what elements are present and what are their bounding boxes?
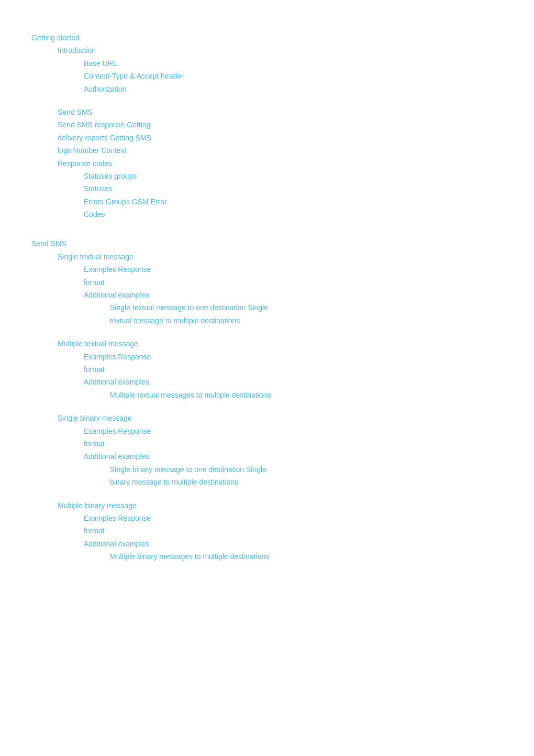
delivery-reports[interactable]: delivery reports Getting SMS: [58, 132, 503, 144]
response-codes[interactable]: Response codes: [58, 157, 503, 170]
codes[interactable]: Codes: [84, 208, 503, 221]
textual-multiple-dest[interactable]: textual message to multiple destinations: [110, 314, 503, 327]
binary-multiple-dest[interactable]: binary message to multiple destinations: [110, 476, 503, 488]
single-binary-one-dest[interactable]: Single binary message to one destination…: [110, 463, 503, 476]
introduction[interactable]: Introduction: [58, 44, 503, 57]
single-binary-message[interactable]: Single binary message: [58, 412, 503, 424]
examples-response-1[interactable]: Examples Response: [84, 263, 503, 276]
additional-examples-4[interactable]: Additional examples: [84, 538, 503, 550]
format-3[interactable]: format: [84, 437, 503, 450]
additional-examples-1[interactable]: Additional examples: [84, 289, 503, 301]
errors-groups[interactable]: Errors Groups GSM Error: [84, 195, 503, 208]
content-type[interactable]: Content-Type & Accept header: [84, 70, 503, 82]
navigation-tree: Getting started Introduction Base URL Co…: [31, 31, 503, 563]
multiple-textual-message[interactable]: Multiple textual message: [58, 337, 503, 350]
multiple-textual-multiple-dest[interactable]: Multiple textual messages to multiple de…: [110, 389, 503, 401]
multiple-binary-multiple-dest[interactable]: Multiple binary messages to multiple des…: [110, 550, 503, 563]
examples-response-2[interactable]: Examples Response: [84, 350, 503, 363]
format-1[interactable]: format: [84, 276, 503, 289]
additional-examples-2[interactable]: Additional examples: [84, 376, 503, 388]
base-url[interactable]: Base URL: [84, 57, 503, 70]
additional-examples-3[interactable]: Additional examples: [84, 450, 503, 463]
format-4[interactable]: format: [84, 524, 503, 537]
statuses[interactable]: Statuses: [84, 182, 503, 195]
format-2[interactable]: format: [84, 363, 503, 376]
single-textual-message[interactable]: Single textual message: [58, 250, 503, 263]
send-sms-section[interactable]: Send SMS: [31, 237, 503, 250]
send-sms-response[interactable]: Send SMS response Getting: [58, 118, 503, 131]
authorization[interactable]: Authorization: [84, 83, 503, 95]
single-textual-one-dest[interactable]: Single textual message to one destinatio…: [110, 301, 503, 314]
multiple-binary-message[interactable]: Multiple binary message: [58, 499, 503, 512]
getting-started[interactable]: Getting started: [31, 31, 503, 44]
examples-response-3[interactable]: Examples Response: [84, 425, 503, 437]
send-sms-top[interactable]: Send SMS: [58, 106, 503, 118]
logs-number-context[interactable]: logs Number Context: [58, 144, 503, 157]
examples-response-4[interactable]: Examples Response: [84, 512, 503, 524]
statuses-groups[interactable]: Statuses groups: [84, 170, 503, 182]
